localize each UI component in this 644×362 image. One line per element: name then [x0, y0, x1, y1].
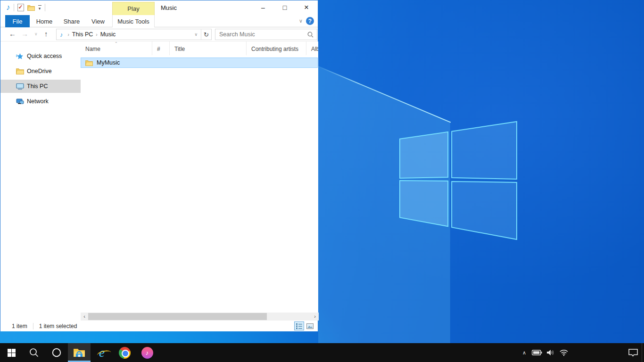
column-header-title[interactable]: Title [170, 41, 247, 55]
music-app-icon: ♪ [6, 3, 10, 12]
breadcrumb-this-pc[interactable]: This PC [72, 31, 93, 38]
column-header-album[interactable]: Alb [306, 41, 318, 55]
minimize-button[interactable]: – [252, 0, 274, 15]
file-row-mymusic[interactable]: MyMusic [81, 58, 318, 68]
taskbar: e ♪ ∧ [0, 343, 644, 362]
search-icon [29, 348, 39, 357]
back-button[interactable]: ← [9, 30, 16, 38]
window-title: Music [161, 4, 177, 11]
column-header-name[interactable]: ⌃ Name [81, 41, 152, 55]
quick-access-star-icon [16, 53, 24, 60]
scroll-left-icon[interactable]: ‹ [81, 313, 88, 321]
breadcrumb-chevron-icon: › [68, 32, 69, 37]
show-desktop-button[interactable] [642, 343, 644, 362]
scrollbar-thumb[interactable] [88, 313, 267, 320]
cortana-button[interactable] [45, 343, 68, 362]
toolbar-separator [14, 4, 14, 11]
file-name: MyMusic [97, 59, 120, 66]
properties-icon[interactable]: ✓ [17, 4, 24, 11]
forward-button[interactable]: → [21, 30, 28, 38]
file-explorer-icon [73, 348, 85, 358]
file-list: ⌃ Name # Title Contributing artists Alb … [81, 41, 318, 313]
close-button[interactable]: × [296, 0, 317, 15]
column-header-contributing-artists[interactable]: Contributing artists [247, 41, 306, 55]
system-tray: ∧ [522, 343, 642, 362]
sidebar-item-onedrive[interactable]: OneDrive [0, 65, 81, 78]
chrome-icon [119, 347, 131, 359]
taskbar-search-button[interactable] [23, 343, 45, 362]
quick-access-toolbar: ♪ ✓ ▾ [6, 3, 45, 12]
items-count: 1 item [12, 323, 27, 329]
tab-home[interactable]: Home [33, 15, 55, 27]
expand-ribbon-icon[interactable]: ∨ [299, 18, 303, 24]
contextual-tab-header-play[interactable]: Play [112, 2, 155, 15]
volume-icon[interactable] [547, 349, 555, 356]
toolbar-separator [45, 4, 45, 11]
recent-locations-icon[interactable]: ∨ [34, 32, 38, 36]
taskbar-file-explorer-button[interactable] [68, 343, 91, 362]
maximize-button[interactable]: □ [274, 0, 296, 15]
tab-file[interactable]: File [5, 15, 30, 27]
up-button[interactable]: ↑ [44, 30, 48, 38]
address-dropdown-icon[interactable]: ∨ [191, 32, 201, 37]
onedrive-folder-icon [16, 68, 24, 74]
ribbon-tab-bar: File Home Share View Music Tools ∨ ? [0, 15, 318, 27]
network-icon [16, 98, 24, 105]
explorer-window: ♪ ✓ ▾ Play Music – □ × File Home Share V… [0, 0, 318, 331]
search-input[interactable]: Search Music [215, 29, 317, 40]
battery-icon[interactable] [532, 350, 542, 355]
help-icon[interactable]: ? [306, 17, 314, 25]
wifi-icon[interactable] [560, 349, 568, 356]
address-bar[interactable]: ♪ › This PC › Music ∨ ↻ [56, 29, 212, 40]
music-location-icon: ♪ [60, 31, 63, 38]
sidebar-item-network[interactable]: Network [0, 95, 81, 108]
search-icon [307, 32, 314, 38]
breadcrumb-chevron-icon: › [96, 32, 97, 37]
itunes-button[interactable]: ♪ [136, 343, 158, 362]
chrome-button[interactable] [113, 343, 136, 362]
customize-toolbar-icon[interactable]: ▾ [38, 5, 41, 10]
details-view-icon [296, 323, 302, 329]
tab-share[interactable]: Share [59, 15, 84, 27]
thumbnail-view-button[interactable] [305, 321, 315, 330]
new-folder-icon[interactable] [27, 5, 35, 11]
cortana-icon [51, 347, 62, 358]
scroll-right-icon[interactable]: › [311, 313, 319, 321]
start-button[interactable] [0, 343, 23, 362]
windows-start-icon [8, 349, 16, 357]
hidden-icons-chevron[interactable]: ∧ [522, 350, 526, 356]
refresh-icon[interactable]: ↻ [201, 29, 211, 40]
title-bar: ♪ ✓ ▾ Play Music – □ × [0, 0, 318, 15]
horizontal-scrollbar[interactable]: ‹ › [81, 313, 319, 321]
internet-explorer-button[interactable]: e [91, 343, 113, 362]
thumbnail-view-icon [306, 323, 314, 329]
sort-ascending-icon: ⌃ [115, 41, 118, 46]
tab-music-tools[interactable]: Music Tools [112, 15, 155, 27]
action-center-icon[interactable] [628, 349, 638, 357]
column-headers: ⌃ Name # Title Contributing artists Alb [81, 41, 318, 55]
details-view-button[interactable] [294, 321, 304, 330]
folder-icon [85, 60, 93, 66]
column-header-number[interactable]: # [152, 41, 170, 55]
breadcrumb-music[interactable]: Music [100, 31, 116, 38]
itunes-icon: ♪ [141, 347, 153, 359]
window-controls: – □ × [252, 0, 317, 15]
navigation-bar: ← → ∨ ↑ ♪ › This PC › Music ∨ ↻ Search M… [0, 27, 318, 41]
computer-icon [16, 83, 24, 90]
status-bar: 1 item 1 item selected [0, 321, 318, 331]
search-placeholder: Search Music [219, 31, 255, 38]
selection-count: 1 item selected [39, 323, 77, 329]
tab-view[interactable]: View [87, 15, 109, 27]
navigation-pane: Quick access OneDrive This PC [0, 41, 81, 321]
view-switcher [294, 321, 315, 330]
status-separator [33, 323, 33, 329]
sidebar-item-this-pc[interactable]: This PC [0, 80, 81, 93]
sidebar-item-quick-access[interactable]: Quick access [0, 49, 81, 63]
internet-explorer-icon: e [99, 346, 105, 359]
windows-logo [397, 118, 519, 244]
